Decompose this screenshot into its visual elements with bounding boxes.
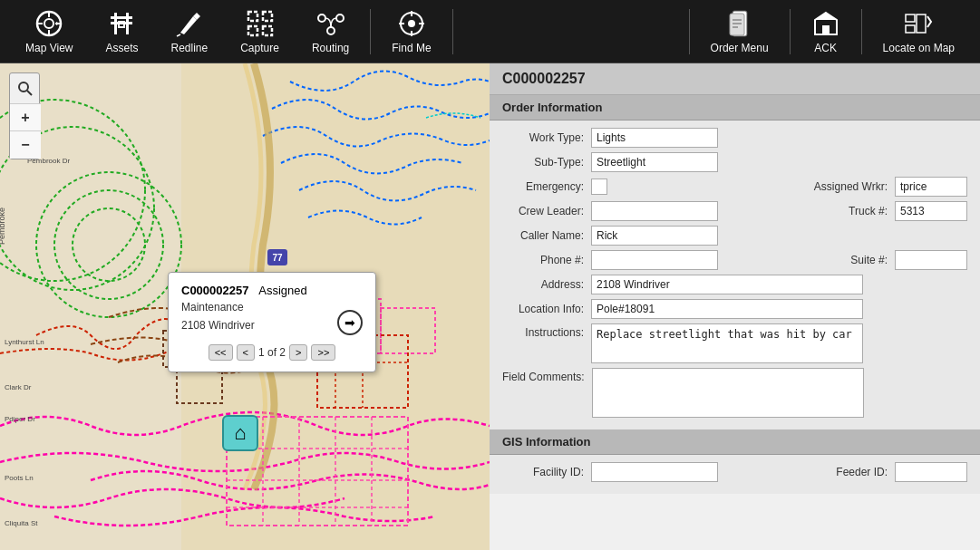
svg-rect-28 bbox=[730, 14, 744, 35]
instructions-row: Instructions: Replace streetlight that w… bbox=[502, 323, 967, 363]
zoom-in-button[interactable]: + bbox=[10, 104, 41, 131]
map-marker[interactable]: ⌂ bbox=[222, 415, 258, 451]
popup-last-button[interactable]: >> bbox=[311, 344, 335, 361]
svg-rect-9 bbox=[114, 13, 117, 34]
svg-rect-33 bbox=[906, 14, 915, 22]
svg-line-70 bbox=[27, 91, 32, 95]
svg-text:Pdiper Dr: Pdiper Dr bbox=[5, 415, 35, 423]
feeder-id-label: Feeder ID: bbox=[815, 466, 888, 478]
address-label: Address: bbox=[502, 278, 584, 291]
emergency-checkbox[interactable] bbox=[591, 179, 607, 195]
caller-name-label: Caller Name: bbox=[502, 229, 584, 242]
popup-first-button[interactable]: << bbox=[209, 344, 233, 361]
svg-text:Lynthurst Ln: Lynthurst Ln bbox=[5, 338, 44, 346]
svg-point-1 bbox=[44, 19, 53, 28]
popup-line1: Maintenance bbox=[181, 301, 307, 314]
sub-type-input[interactable] bbox=[591, 152, 718, 172]
nav-separator-3 bbox=[689, 9, 690, 54]
truck-input[interactable] bbox=[895, 201, 967, 221]
svg-rect-46 bbox=[177, 371, 222, 403]
popup-navigation: << < 1 of 2 > >> bbox=[181, 344, 363, 361]
map-search-button[interactable] bbox=[10, 73, 41, 104]
zoom-out-button[interactable]: − bbox=[10, 131, 41, 159]
order-id: C000002257 bbox=[490, 63, 980, 95]
facility-id-label: Facility ID: bbox=[502, 466, 584, 478]
work-type-row: Work Type: bbox=[502, 128, 967, 148]
field-comments-label: Field Comments: bbox=[502, 368, 585, 383]
popup-next-button[interactable]: > bbox=[289, 344, 307, 361]
crew-truck-row: Crew Leader: Truck #: bbox=[502, 201, 967, 221]
nav-separator-1 bbox=[370, 9, 371, 54]
redline-icon bbox=[175, 9, 204, 38]
instructions-input[interactable]: Replace streetlight that was hit by car bbox=[591, 323, 863, 363]
nav-locate-map[interactable]: Locate on Map bbox=[867, 0, 971, 63]
nav-order-menu[interactable]: Order Menu bbox=[694, 0, 785, 63]
svg-point-21 bbox=[408, 20, 415, 27]
svg-rect-34 bbox=[906, 25, 915, 33]
svg-rect-32 bbox=[822, 25, 830, 34]
map-view-icon bbox=[34, 9, 63, 38]
phone-input[interactable] bbox=[591, 250, 718, 270]
assets-icon bbox=[107, 9, 136, 38]
svg-rect-13 bbox=[248, 12, 257, 21]
facility-feeder-row: Facility ID: Feeder ID: bbox=[502, 462, 967, 482]
right-panel: C000002257 Order Information Work Type: … bbox=[490, 63, 980, 550]
map-panel: Pembroke Pembrook Dr Lynthurst Ln Clark … bbox=[0, 63, 490, 550]
locatemap-icon bbox=[904, 9, 933, 38]
location-info-row: Location Info: bbox=[502, 299, 967, 319]
suite-input[interactable] bbox=[895, 250, 967, 270]
address-row: Address: bbox=[502, 275, 967, 294]
nav-assets[interactable]: Assets bbox=[89, 0, 154, 63]
svg-point-69 bbox=[19, 82, 28, 92]
popup-prev-button[interactable]: < bbox=[237, 344, 255, 361]
svg-rect-35 bbox=[917, 14, 926, 33]
nav-redline[interactable]: Redline bbox=[155, 0, 225, 63]
capture-icon bbox=[246, 9, 275, 38]
svg-point-40 bbox=[73, 208, 145, 281]
nav-capture[interactable]: Capture bbox=[224, 0, 296, 63]
crew-leader-label: Crew Leader: bbox=[502, 205, 584, 217]
nav-separator-5 bbox=[861, 9, 862, 54]
main-content: Pembroke Pembrook Dr Lynthurst Ln Clark … bbox=[0, 63, 980, 550]
svg-text:Pembroke: Pembroke bbox=[0, 207, 6, 245]
feeder-id-input[interactable] bbox=[895, 462, 967, 482]
nav-separator-4 bbox=[790, 9, 791, 54]
svg-text:Clark Dr: Clark Dr bbox=[5, 383, 32, 391]
facility-id-input[interactable] bbox=[591, 462, 718, 482]
zoom-controls: + − bbox=[9, 72, 40, 159]
gis-form: Facility ID: Feeder ID: bbox=[490, 455, 980, 494]
crew-leader-input[interactable] bbox=[591, 201, 718, 221]
emergency-label: Emergency: bbox=[502, 180, 584, 193]
search-icon bbox=[17, 81, 34, 97]
svg-marker-6 bbox=[56, 22, 60, 25]
work-type-input[interactable] bbox=[591, 128, 718, 148]
nav-routing[interactable]: Routing bbox=[296, 0, 365, 63]
svg-text:Cliquita St: Cliquita St bbox=[5, 519, 38, 527]
ordermenu-icon bbox=[725, 9, 754, 38]
svg-point-17 bbox=[318, 14, 325, 22]
suite-label: Suite #: bbox=[829, 254, 888, 266]
phone-suite-row: Phone #: Suite #: bbox=[502, 250, 967, 270]
sub-type-label: Sub-Type: bbox=[502, 156, 584, 169]
assigned-wrkr-input[interactable] bbox=[895, 177, 967, 197]
phone-label: Phone #: bbox=[502, 254, 584, 266]
location-info-label: Location Info: bbox=[502, 303, 584, 315]
map-popup: C000002257 Assigned Maintenance 2108 Win… bbox=[168, 272, 376, 372]
caller-row: Caller Name: bbox=[502, 226, 967, 246]
svg-rect-16 bbox=[263, 26, 272, 35]
svg-rect-7 bbox=[111, 16, 132, 19]
field-comments-input[interactable] bbox=[592, 368, 864, 418]
popup-navigate-button[interactable]: ➡ bbox=[337, 310, 363, 335]
sub-type-row: Sub-Type: bbox=[502, 152, 967, 172]
caller-name-input[interactable] bbox=[591, 226, 718, 246]
nav-ack[interactable]: ACK bbox=[795, 0, 857, 63]
nav-findme[interactable]: Find Me bbox=[375, 0, 447, 63]
findme-icon bbox=[397, 9, 426, 38]
order-form: Work Type: Sub-Type: Emergency: Assigned… bbox=[490, 121, 980, 429]
location-info-input[interactable] bbox=[591, 299, 863, 319]
address-input[interactable] bbox=[591, 275, 863, 294]
svg-rect-66 bbox=[267, 249, 287, 265]
nav-map-view[interactable]: Map View bbox=[9, 0, 89, 63]
popup-line2: 2108 Windriver bbox=[181, 319, 307, 332]
svg-text:Poots Ln: Poots Ln bbox=[5, 474, 34, 482]
